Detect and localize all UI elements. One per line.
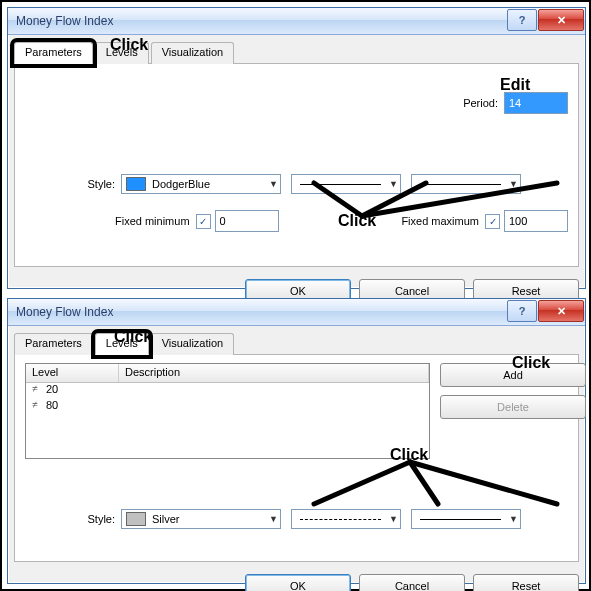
chevron-down-icon: ▼ — [269, 179, 278, 189]
dialog-title: Money Flow Index — [16, 305, 113, 319]
close-button[interactable]: ✕ — [538, 300, 584, 322]
titlebar-buttons: ? ✕ — [507, 8, 585, 34]
list-header: Level Description — [26, 364, 429, 383]
chevron-down-icon: ▼ — [509, 179, 518, 189]
tab-bar: Parameters Levels Visualization — [14, 332, 579, 355]
fixed-min-label: Fixed minimum — [115, 215, 190, 227]
level-value: 80 — [44, 399, 102, 415]
screenshot-stage: Money Flow Index ? ✕ Parameters Levels V… — [0, 0, 591, 591]
style-label: Style: — [25, 178, 115, 190]
cancel-button[interactable]: Cancel — [359, 574, 465, 591]
color-swatch — [126, 177, 146, 191]
style-row: Style: DodgerBlue ▼ ▼ ▼ — [25, 174, 568, 194]
line-width-combo[interactable]: ▼ — [411, 509, 521, 529]
tab-visualization[interactable]: Visualization — [151, 333, 235, 355]
levels-list[interactable]: Level Description ≠ 20 ≠ 80 — [25, 363, 430, 459]
list-row[interactable]: ≠ 20 — [26, 383, 429, 399]
line-width-sample — [420, 519, 501, 520]
color-combo[interactable]: DodgerBlue ▼ — [121, 174, 281, 194]
tab-parameters[interactable]: Parameters — [14, 333, 93, 355]
tab-levels[interactable]: Levels — [95, 42, 149, 64]
style-label: Style: — [25, 513, 115, 525]
reset-button[interactable]: Reset — [473, 574, 579, 591]
tab-content-parameters: Period: Style: DodgerBlue ▼ ▼ ▼ — [14, 64, 579, 267]
line-style-sample — [300, 184, 381, 185]
line-style-sample — [300, 519, 381, 520]
color-combo[interactable]: Silver ▼ — [121, 509, 281, 529]
level-line-icon: ≠ — [26, 399, 44, 415]
line-style-combo[interactable]: ▼ — [291, 174, 401, 194]
fixed-min-input[interactable] — [215, 210, 279, 232]
fixed-min-checkbox[interactable]: ✓ — [196, 214, 211, 229]
chevron-down-icon: ▼ — [389, 514, 398, 524]
level-line-icon: ≠ — [26, 383, 44, 399]
titlebar-buttons: ? ✕ — [507, 299, 585, 325]
period-row: Period: — [25, 92, 568, 114]
tab-bar: Parameters Levels Visualization — [14, 41, 579, 64]
fixed-max-input[interactable] — [504, 210, 568, 232]
dialog-title: Money Flow Index — [16, 14, 113, 28]
dialog-parameters: Money Flow Index ? ✕ Parameters Levels V… — [7, 7, 586, 289]
chevron-down-icon: ▼ — [509, 514, 518, 524]
list-row[interactable]: ≠ 80 — [26, 399, 429, 415]
help-button[interactable]: ? — [507, 9, 537, 31]
line-width-combo[interactable]: ▼ — [411, 174, 521, 194]
style-row: Style: Silver ▼ ▼ ▼ — [25, 509, 568, 529]
col-level[interactable]: Level — [26, 364, 119, 382]
delete-button[interactable]: Delete — [440, 395, 586, 419]
color-swatch — [126, 512, 146, 526]
ok-button[interactable]: OK — [245, 574, 351, 591]
level-value: 20 — [44, 383, 102, 399]
tab-visualization[interactable]: Visualization — [151, 42, 235, 64]
fixed-range-row: Fixed minimum ✓ Fixed maximum ✓ — [25, 210, 568, 232]
chevron-down-icon: ▼ — [389, 179, 398, 189]
close-button[interactable]: ✕ — [538, 9, 584, 31]
tab-levels[interactable]: Levels — [95, 333, 149, 355]
titlebar: Money Flow Index ? ✕ — [8, 8, 585, 35]
tab-content-levels: Level Description ≠ 20 ≠ 80 Add — [14, 355, 579, 562]
tab-parameters[interactable]: Parameters — [14, 42, 93, 64]
titlebar: Money Flow Index ? ✕ — [8, 299, 585, 326]
chevron-down-icon: ▼ — [269, 514, 278, 524]
color-name: Silver — [152, 513, 265, 525]
period-label: Period: — [463, 97, 498, 109]
fixed-max-label: Fixed maximum — [401, 215, 479, 227]
dialog-buttons: OK Cancel Reset — [8, 568, 585, 591]
col-description[interactable]: Description — [119, 364, 429, 382]
color-name: DodgerBlue — [152, 178, 265, 190]
fixed-max-checkbox[interactable]: ✓ — [485, 214, 500, 229]
add-button[interactable]: Add — [440, 363, 586, 387]
period-input[interactable] — [504, 92, 568, 114]
dialog-levels: Money Flow Index ? ✕ Parameters Levels V… — [7, 298, 586, 584]
line-width-sample — [420, 184, 501, 185]
help-button[interactable]: ? — [507, 300, 537, 322]
line-style-combo[interactable]: ▼ — [291, 509, 401, 529]
